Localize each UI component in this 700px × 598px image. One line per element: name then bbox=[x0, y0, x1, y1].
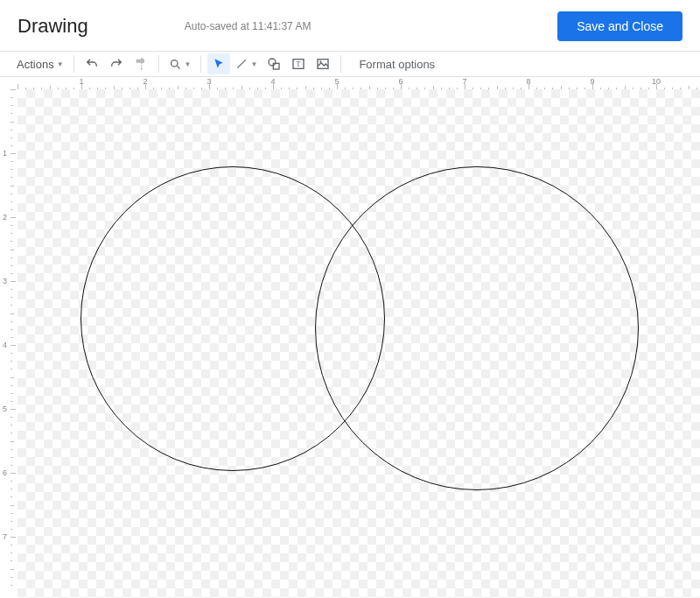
circle-shape-2[interactable] bbox=[315, 166, 639, 490]
paint-format-icon bbox=[134, 57, 148, 71]
ruler-v-label: 2 bbox=[3, 213, 7, 222]
svg-point-0 bbox=[171, 60, 178, 67]
ruler-v-label: 1 bbox=[3, 149, 7, 158]
toolbar: Actions ▼ ▼ ▼ T Format options bbox=[0, 51, 700, 77]
separator bbox=[158, 55, 159, 73]
textbox-tool[interactable]: T bbox=[287, 53, 310, 74]
zoom-icon bbox=[169, 58, 182, 71]
image-tool[interactable] bbox=[312, 53, 334, 74]
horizontal-ruler: 12345678910 bbox=[18, 77, 700, 89]
image-icon bbox=[316, 57, 330, 71]
separator bbox=[200, 55, 201, 73]
page-title: Drawing bbox=[18, 15, 88, 38]
save-and-close-button[interactable]: Save and Close bbox=[557, 11, 682, 41]
autosave-status: Auto-saved at 11:41:37 AM bbox=[185, 20, 312, 32]
redo-icon bbox=[109, 57, 123, 71]
select-tool[interactable] bbox=[207, 53, 230, 74]
svg-rect-4 bbox=[274, 63, 280, 69]
caret-icon: ▼ bbox=[185, 60, 192, 68]
svg-point-8 bbox=[320, 60, 322, 62]
vertical-ruler: 1234567 bbox=[0, 89, 18, 598]
svg-line-1 bbox=[177, 66, 179, 68]
svg-text:T: T bbox=[297, 60, 301, 68]
actions-dropdown[interactable]: Actions ▼ bbox=[13, 53, 67, 74]
ruler-v-label: 7 bbox=[3, 532, 7, 541]
svg-line-2 bbox=[238, 60, 246, 67]
drawing-canvas[interactable] bbox=[18, 89, 700, 598]
zoom-dropdown[interactable]: ▼ bbox=[165, 53, 195, 74]
paint-format-button[interactable] bbox=[130, 53, 152, 74]
format-options-button[interactable]: Format options bbox=[359, 58, 435, 71]
undo-icon bbox=[85, 57, 99, 71]
redo-button[interactable] bbox=[105, 53, 128, 74]
cursor-icon bbox=[213, 58, 225, 70]
shape-tool[interactable] bbox=[262, 53, 285, 74]
separator bbox=[340, 55, 341, 73]
ruler-v-label: 4 bbox=[3, 341, 7, 349]
undo-button[interactable] bbox=[80, 53, 103, 74]
workspace: 12345678910 1234567 bbox=[0, 77, 700, 598]
line-icon bbox=[235, 58, 248, 70]
caret-icon: ▼ bbox=[250, 60, 257, 68]
separator bbox=[74, 55, 74, 73]
shape-icon bbox=[267, 57, 281, 71]
ruler-v-label: 6 bbox=[3, 468, 7, 477]
line-tool-dropdown[interactable]: ▼ bbox=[232, 53, 261, 74]
ruler-v-label: 5 bbox=[3, 405, 7, 413]
actions-label: Actions bbox=[17, 58, 54, 71]
textbox-icon: T bbox=[291, 57, 305, 71]
svg-point-3 bbox=[269, 59, 276, 66]
ruler-v-label: 3 bbox=[3, 277, 7, 285]
caret-icon: ▼ bbox=[57, 60, 64, 68]
header: Drawing Auto-saved at 11:41:37 AM Save a… bbox=[0, 0, 700, 51]
